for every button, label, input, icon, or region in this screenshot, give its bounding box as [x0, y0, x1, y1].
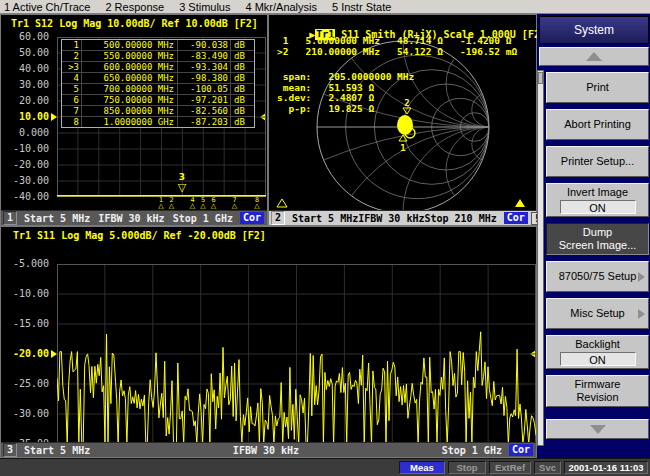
marker-number: 8: [62, 117, 82, 127]
channel2-number: 2: [271, 211, 285, 225]
datetime-display: 2001-01-16 11:03: [564, 461, 648, 474]
y-axis-label: -30.00: [3, 175, 49, 186]
correction-badge: Cor: [504, 212, 528, 224]
softkey-dump-screen-image-button[interactable]: DumpScreen Image...: [546, 223, 649, 255]
panel-ch1-s12-logmag: Tr1 S12 Log Mag 10.00dB/ Ref 10.00dB [F2…: [0, 14, 268, 226]
menu-5-instr-state[interactable]: 5 Instr State: [332, 1, 391, 13]
y-axis-label: 50.00: [3, 47, 49, 58]
panel2-statusbar: 2 Start 5 MHz IFBW 30 kHz Stop 210 MHz C…: [269, 210, 536, 225]
marker-unit: dB: [231, 51, 254, 61]
softkey-label: Print: [586, 81, 609, 94]
smith-trace-blob: [397, 115, 415, 138]
softkey-scrollbar[interactable]: [537, 70, 544, 446]
y-axis-label: -15.00: [3, 318, 49, 329]
softkey-invert-image-button[interactable]: Invert ImageON: [546, 183, 649, 217]
marker-frequency: 850.00000 MHz: [82, 106, 178, 116]
softkey-label: Invert Image: [567, 186, 628, 199]
marker-number: 5: [62, 84, 82, 94]
arrow-down-icon: [590, 425, 606, 434]
marker-table-row: 4650.00000 MHz-98.380dB: [62, 73, 254, 84]
smith-marker-1: 1: [399, 135, 407, 153]
menu-3-stimulus[interactable]: 3 Stimulus: [179, 1, 230, 13]
softkey-label: Misc Setup: [570, 307, 624, 320]
marker-table-row: 2550.00000 MHz-83.490dB: [62, 51, 254, 62]
marker-number: 1: [62, 40, 82, 50]
softkey-invert-image-state: ON: [560, 200, 636, 214]
menu-1-active-ch-trace[interactable]: 1 Active Ch/Trace: [4, 1, 90, 13]
marker-table-row: >3600.00000 MHz-93.304dB: [62, 62, 254, 73]
channel1-number: 1: [3, 211, 17, 225]
softkey-print-button[interactable]: Print: [546, 72, 649, 103]
menu-2-response[interactable]: 2 Response: [105, 1, 164, 13]
panel1-title[interactable]: Tr1 S12 Log Mag 10.00dB/ Ref 10.00dB [F2…: [11, 18, 258, 29]
instrument-statusbar: Meas Stop ExtRef Svc 2001-01-16 11:03: [0, 458, 650, 476]
softkey-menu-title: System: [539, 16, 649, 44]
submenu-arrow-icon: [638, 272, 645, 282]
stimulus-marker-3: 3▽: [176, 173, 188, 193]
marker-frequency: 600.00000 MHz: [82, 62, 178, 72]
marker-unit: dB: [231, 73, 254, 83]
marker-table-row: 1500.00000 MHz-90.038dB: [62, 40, 254, 51]
marker-number: >3: [62, 62, 82, 72]
extref-status-badge: ExtRef: [489, 461, 531, 474]
softkey-misc-setup-button[interactable]: Misc Setup: [546, 298, 649, 329]
softkey-printer-setup-button[interactable]: Printer Setup...: [546, 146, 649, 177]
marker-number: 4: [62, 73, 82, 83]
stop-status-badge: Stop: [448, 461, 486, 474]
menu-4-mkr-analysis[interactable]: 4 Mkr/Analysis: [245, 1, 317, 13]
panel3-plot-area[interactable]: [57, 264, 536, 444]
stimulus-marker-6: 6△: [207, 197, 219, 210]
marker-value: -82.560: [178, 106, 231, 116]
correction-badge: Cor: [509, 444, 533, 456]
statistics-line: p-p: 19.825 Ω: [277, 104, 414, 115]
y-axis-label: 0.000: [3, 127, 49, 138]
smith-marker-readout: 1 5.0000000 MHz 48.714 Ω -1.4200 Ω>2 210…: [277, 36, 517, 57]
start-frequency: Start 5 MHz: [24, 213, 90, 224]
y-axis-label: 40.00: [3, 63, 49, 74]
softkey-label: Printer Setup...: [561, 155, 634, 168]
softkey-backlight-button[interactable]: BacklightON: [546, 335, 649, 369]
softkey-firmware-revision-button[interactable]: FirmwareRevision: [546, 375, 649, 407]
panel3-statusbar: 3 Start 5 MHz IFBW 30 kHz Stop 1 GHz Cor: [1, 442, 536, 457]
marker-unit: dB: [231, 84, 254, 94]
softkey-scroll-up-button[interactable]: [539, 47, 649, 66]
marker-value: -87.203: [178, 117, 231, 127]
y-axis-label: -20.00: [3, 159, 49, 170]
y-axis-label: -10.00: [3, 143, 49, 154]
stimulus-marker-8: 8△: [251, 197, 263, 210]
marker-triangle-icon: △: [207, 203, 219, 210]
marker-frequency: 650.00000 MHz: [82, 73, 178, 83]
softkey-abort-printing-button[interactable]: Abort Printing: [546, 109, 649, 140]
panel-ch3-s11-logmag: Tr1 S11 Log Mag 5.000dB/ Ref -20.00dB [F…: [0, 226, 537, 458]
y-axis-label: 30.00: [3, 79, 49, 90]
marker-value: -97.201: [178, 95, 231, 105]
stop-frequency: Stop 1 GHz: [173, 213, 233, 224]
ifbw-value: IFBW 30 kHz: [358, 213, 424, 224]
marker-number: 2: [62, 51, 82, 61]
marker-triangle-icon: △: [165, 203, 177, 210]
marker-unit: dB: [231, 117, 254, 127]
softkey-87050-75-setup-button[interactable]: 87050/75 Setup: [546, 261, 649, 292]
marker-table-row: 81.0000000 GHz-87.203dB: [62, 117, 254, 127]
softkey-scroll-down-button[interactable]: [546, 419, 649, 439]
correction-badge: Cor: [240, 212, 264, 224]
marker-value: -83.490: [178, 51, 231, 61]
ifbw-value: IFBW 30 kHz: [98, 213, 164, 224]
softkey-backlight-state: ON: [560, 352, 636, 366]
panel1-statusbar: 1 Start 5 MHz IFBW 30 kHz Stop 1 GHz Cor: [1, 210, 267, 225]
submenu-arrow-icon: [638, 309, 645, 319]
start-frequency: Start 5 MHz: [24, 445, 90, 456]
marker-readout-line: 1 5.0000000 MHz 48.714 Ω -1.4200 Ω: [277, 36, 517, 47]
softkey-menu: System PrintAbort PrintingPrinter Setup.…: [537, 14, 650, 458]
marker-triangle-icon: △: [228, 203, 240, 210]
stop-frequency: Stop 1 GHz: [442, 445, 502, 456]
marker-table-row: 5700.00000 MHz-100.05dB: [62, 84, 254, 95]
marker-table-row: 6750.00000 MHz-97.201dB: [62, 95, 254, 106]
panel3-title[interactable]: Tr1 S11 Log Mag 5.000dB/ Ref -20.00dB [F…: [13, 230, 266, 241]
marker-triangle-icon: △: [251, 203, 263, 210]
softkey-label: 87050/75 Setup: [559, 270, 637, 283]
scrollbar-thumb[interactable]: [538, 72, 543, 84]
softkey-label: Abort Printing: [564, 118, 631, 131]
marker-frequency: 750.00000 MHz: [82, 95, 178, 105]
marker-number: 7: [62, 106, 82, 116]
